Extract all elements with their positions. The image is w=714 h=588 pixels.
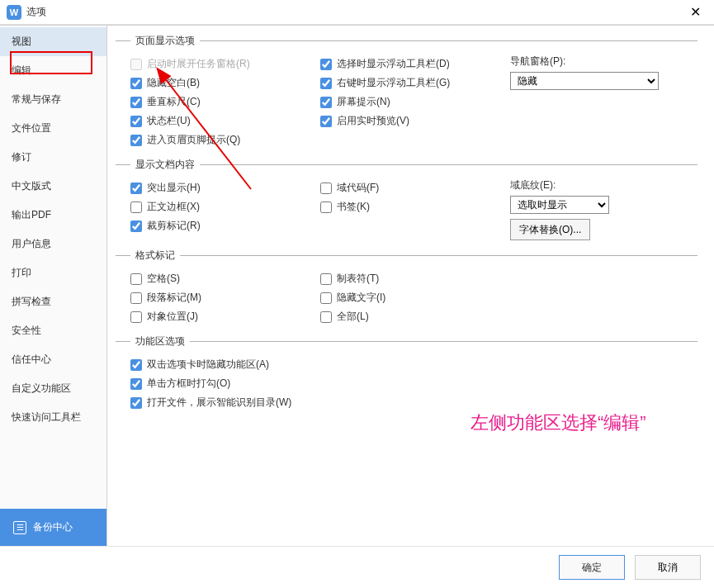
backup-label: 备份中心 — [33, 520, 73, 534]
format-marks-checkbox-1[interactable]: 段落标记(M) — [130, 288, 312, 307]
checkbox-label: 双击选项卡时隐藏功能区(A) — [147, 358, 269, 372]
page-display-checkbox-input-0 — [130, 59, 142, 70]
page-display-checkbox-input-1[interactable] — [320, 78, 332, 89]
page-display-checkbox-0[interactable]: 选择时显示浮动工具栏(D) — [320, 55, 502, 74]
sidebar-item-13[interactable]: 快速访问工具栏 — [0, 403, 106, 432]
page-display-checkbox-input-3[interactable] — [130, 116, 142, 127]
doc-content-checkbox-1[interactable]: 正文边框(X) — [130, 197, 312, 216]
sidebar-item-2[interactable]: 常规与保存 — [0, 85, 106, 114]
page-display-checkbox-input-0[interactable] — [320, 59, 332, 70]
doc-content-checkbox-input-1[interactable] — [320, 202, 332, 213]
format-marks-checkbox-0[interactable]: 制表符(T) — [320, 269, 502, 288]
page-display-checkbox-3[interactable]: 状态栏(U) — [130, 111, 312, 130]
page-display-checkbox-1[interactable]: 隐藏空白(B) — [130, 74, 312, 92]
ribbon-checkbox-2[interactable]: 打开文件，展示智能识别目录(W) — [130, 393, 694, 412]
ok-button[interactable]: 确定 — [559, 555, 625, 580]
cancel-button[interactable]: 取消 — [635, 555, 701, 580]
format-marks-checkbox-input-2[interactable] — [320, 311, 332, 323]
format-marks-checkbox-input-0[interactable] — [320, 273, 332, 285]
format-marks-checkbox-input-1[interactable] — [320, 292, 332, 304]
format-marks-checkbox-0[interactable]: 空格(S) — [130, 269, 312, 288]
checkbox-label: 隐藏文字(I) — [337, 291, 385, 305]
page-display-checkbox-1[interactable]: 右键时显示浮动工具栏(G) — [320, 74, 502, 92]
ribbon-checkbox-0[interactable]: 双击选项卡时隐藏功能区(A) — [130, 355, 694, 374]
sidebar: 视图编辑常规与保存文件位置修订中文版式输出PDF用户信息打印拼写检查安全性信任中… — [0, 26, 107, 546]
field-shading-label: 域底纹(E): — [510, 178, 667, 192]
sidebar-item-11[interactable]: 信任中心 — [0, 345, 106, 374]
format-marks-checkbox-input-2[interactable] — [130, 311, 142, 323]
checkbox-label: 隐藏空白(B) — [147, 76, 200, 90]
sidebar-item-3[interactable]: 文件位置 — [0, 114, 106, 143]
doc-content-checkbox-input-1[interactable] — [130, 202, 142, 213]
sidebar-item-6[interactable]: 输出PDF — [0, 201, 106, 230]
sidebar-item-7[interactable]: 用户信息 — [0, 230, 106, 258]
format-marks-checkbox-1[interactable]: 隐藏文字(I) — [320, 288, 502, 307]
sidebar-list: 视图编辑常规与保存文件位置修订中文版式输出PDF用户信息打印拼写检查安全性信任中… — [0, 26, 106, 509]
page-display-checkbox-3[interactable]: 启用实时预览(V) — [320, 111, 502, 130]
doc-content-checkbox-0[interactable]: 域代码(F) — [320, 178, 502, 197]
page-display-checkbox-input-2[interactable] — [320, 97, 332, 108]
checkbox-label: 段落标记(M) — [147, 291, 201, 305]
sidebar-item-8[interactable]: 打印 — [0, 258, 106, 287]
titlebar: W 选项 ✕ — [0, 0, 714, 25]
format-marks-checkbox-2[interactable]: 对象位置(J) — [130, 307, 312, 326]
checkbox-label: 空格(S) — [147, 272, 180, 286]
field-shading-select[interactable]: 选取时显示 — [510, 196, 609, 214]
ribbon-checkbox-1[interactable]: 单击方框时打勾(O) — [130, 374, 694, 393]
checkbox-label: 书签(K) — [337, 200, 370, 214]
checkbox-label: 右键时显示浮动工具栏(G) — [337, 76, 450, 90]
backup-center-button[interactable]: ☰ 备份中心 — [0, 509, 106, 546]
format-marks-checkbox-input-0[interactable] — [130, 273, 142, 285]
page-display-checkbox-input-4[interactable] — [130, 135, 142, 146]
checkbox-label: 裁剪标记(R) — [147, 219, 201, 233]
sidebar-item-10[interactable]: 安全性 — [0, 316, 106, 345]
doc-content-checkbox-2[interactable]: 裁剪标记(R) — [130, 216, 312, 235]
group-legend: 功能区选项 — [130, 334, 190, 349]
dialog-body: 视图编辑常规与保存文件位置修订中文版式输出PDF用户信息打印拼写检查安全性信任中… — [0, 25, 714, 546]
doc-content-checkbox-input-0[interactable] — [130, 183, 142, 194]
sidebar-item-0[interactable]: 视图 — [0, 27, 106, 56]
app-icon: W — [7, 5, 21, 20]
group-doc-content: 显示文档内容 突出显示(H)正文边框(X)裁剪标记(R) 域代码(F)书签(K)… — [116, 158, 697, 244]
close-icon[interactable]: ✕ — [683, 0, 707, 25]
group-ribbon-options: 功能区选项 双击选项卡时隐藏功能区(A)单击方框时打勾(O)打开文件，展示智能识… — [116, 334, 697, 415]
doc-content-checkbox-0[interactable]: 突出显示(H) — [130, 178, 312, 197]
page-display-checkbox-0: 启动时展开任务窗格(R) — [130, 55, 312, 74]
checkbox-label: 启用实时预览(V) — [337, 114, 409, 128]
page-display-checkbox-4[interactable]: 进入页眉页脚提示(Q) — [130, 130, 312, 149]
checkbox-label: 单击方框时打勾(O) — [147, 377, 230, 391]
page-display-checkbox-input-1[interactable] — [130, 78, 142, 89]
font-replace-button[interactable]: 字体替换(O)... — [510, 219, 590, 240]
group-page-display: 页面显示选项 启动时展开任务窗格(R)隐藏空白(B)垂直标尺(C)状态栏(U)进… — [116, 34, 697, 153]
sidebar-item-9[interactable]: 拼写检查 — [0, 287, 106, 316]
page-display-checkbox-input-2[interactable] — [130, 97, 142, 108]
nav-pane-select[interactable]: 隐藏 — [510, 72, 659, 90]
checkbox-label: 选择时显示浮动工具栏(D) — [337, 57, 450, 71]
ribbon-checkbox-input-0[interactable] — [130, 359, 142, 371]
ribbon-checkbox-input-2[interactable] — [130, 397, 142, 409]
nav-pane-label: 导航窗格(P): — [510, 55, 667, 69]
doc-content-checkbox-input-2[interactable] — [130, 220, 142, 232]
page-display-checkbox-2[interactable]: 屏幕提示(N) — [320, 92, 502, 111]
checkbox-label: 制表符(T) — [337, 272, 379, 286]
doc-content-checkbox-input-0[interactable] — [320, 183, 332, 194]
ribbon-checkbox-input-1[interactable] — [130, 378, 142, 390]
format-marks-checkbox-input-1[interactable] — [130, 292, 142, 304]
checkbox-label: 垂直标尺(C) — [147, 95, 201, 109]
page-display-checkbox-2[interactable]: 垂直标尺(C) — [130, 92, 312, 111]
backup-icon: ☰ — [13, 521, 26, 534]
checkbox-label: 对象位置(J) — [147, 310, 198, 324]
checkbox-label: 打开文件，展示智能识别目录(W) — [147, 396, 291, 410]
main-panel: 页面显示选项 启动时展开任务窗格(R)隐藏空白(B)垂直标尺(C)状态栏(U)进… — [107, 26, 714, 546]
doc-content-checkbox-1[interactable]: 书签(K) — [320, 197, 502, 216]
sidebar-item-1[interactable]: 编辑 — [0, 56, 106, 85]
sidebar-item-12[interactable]: 自定义功能区 — [0, 374, 106, 403]
group-legend: 格式标记 — [130, 249, 180, 263]
sidebar-item-4[interactable]: 修订 — [0, 143, 106, 172]
checkbox-label: 进入页眉页脚提示(Q) — [147, 133, 240, 147]
sidebar-item-5[interactable]: 中文版式 — [0, 172, 106, 201]
format-marks-checkbox-2[interactable]: 全部(L) — [320, 307, 502, 326]
group-format-marks: 格式标记 空格(S)段落标记(M)对象位置(J) 制表符(T)隐藏文字(I)全部… — [116, 249, 697, 330]
page-display-checkbox-input-3[interactable] — [320, 116, 332, 127]
dialog-title: 选项 — [26, 5, 683, 19]
